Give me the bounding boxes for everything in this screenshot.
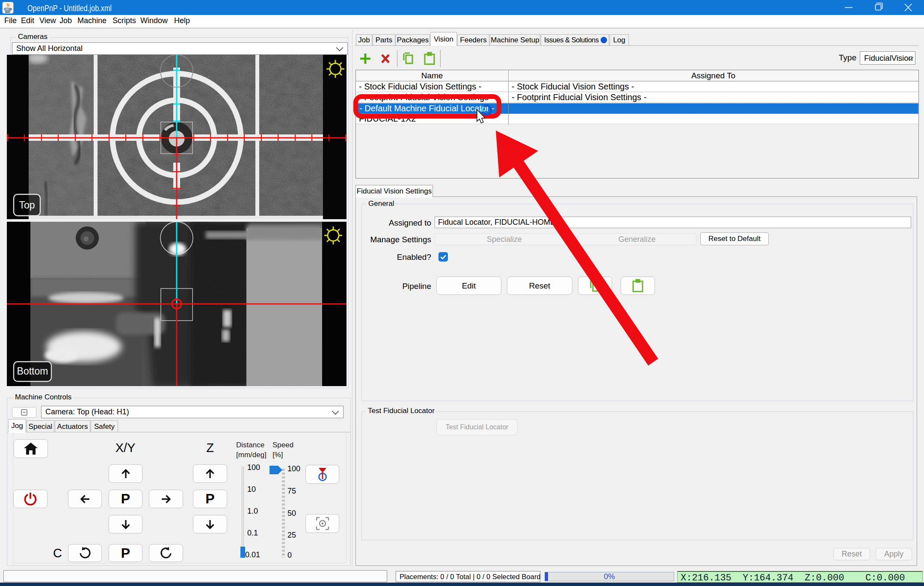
svg-text:Top: Top <box>19 199 35 211</box>
svg-text:Bottom: Bottom <box>17 366 48 377</box>
